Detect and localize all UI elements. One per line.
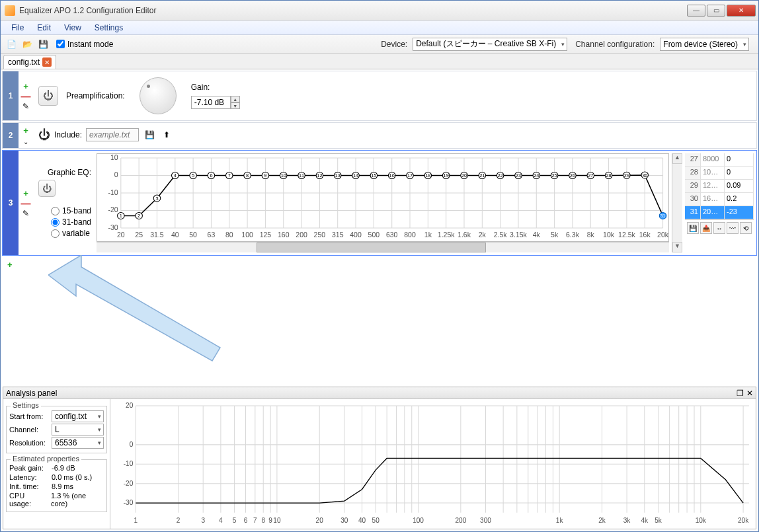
- gain-input[interactable]: [191, 96, 231, 109]
- eq-v-scrollbar[interactable]: ▲▼: [672, 153, 682, 252]
- device-label: Device:: [381, 40, 407, 49]
- radio-variable[interactable]: variable: [51, 229, 91, 238]
- close-panel-icon[interactable]: ✕: [746, 389, 753, 398]
- channel-config-label: Channel configuration:: [575, 40, 655, 49]
- svg-text:6: 6: [244, 517, 248, 524]
- channel-dropdown[interactable]: L: [52, 424, 104, 436]
- toolbar: 📄 📂 💾 Instant mode Device: Default (スピーカ…: [1, 35, 758, 54]
- gain-label: Gain:: [191, 83, 240, 92]
- resolution-dropdown[interactable]: 65536: [52, 437, 104, 449]
- gain-knob[interactable]: [140, 77, 177, 114]
- svg-text:20: 20: [126, 402, 134, 409]
- up-include-icon[interactable]: ⬆: [160, 128, 173, 141]
- svg-text:25: 25: [552, 173, 557, 179]
- svg-text:5k: 5k: [655, 517, 662, 524]
- include-input[interactable]: [86, 128, 139, 141]
- svg-text:8k: 8k: [587, 231, 595, 239]
- svg-text:20: 20: [117, 231, 125, 239]
- power-button[interactable]: ⏻: [38, 86, 58, 106]
- svg-text:4: 4: [174, 173, 177, 179]
- svg-text:31: 31: [660, 213, 665, 219]
- table-row[interactable]: 2912…0.09: [685, 180, 754, 193]
- remove-icon[interactable]: —: [21, 94, 31, 99]
- spin-up-icon[interactable]: ▲: [231, 96, 240, 102]
- minimize-button[interactable]: —: [687, 5, 705, 17]
- svg-text:7: 7: [253, 517, 257, 524]
- svg-text:4k: 4k: [641, 517, 649, 524]
- svg-text:800: 800: [404, 231, 416, 239]
- svg-text:6: 6: [210, 173, 212, 179]
- svg-text:10k: 10k: [603, 231, 615, 239]
- analysis-chart[interactable]: 200-10-20-301234567891020304050100200300…: [110, 399, 756, 529]
- table-row[interactable]: 3120…-23: [685, 206, 754, 219]
- power-icon[interactable]: ⏻: [38, 128, 50, 142]
- svg-text:3: 3: [155, 196, 158, 202]
- table-row[interactable]: 3016…0.2: [685, 193, 754, 206]
- table-row[interactable]: 2780000: [685, 153, 754, 167]
- svg-text:7: 7: [228, 173, 231, 179]
- spin-down-icon[interactable]: ▼: [231, 102, 240, 109]
- add-row-button[interactable]: +: [7, 260, 13, 270]
- titlebar: Equalizer APO 1.2 Configuration Editor —…: [1, 1, 758, 20]
- menu-edit[interactable]: Edit: [30, 22, 58, 34]
- svg-text:15: 15: [371, 173, 376, 179]
- svg-text:3.15k: 3.15k: [510, 231, 528, 239]
- svg-text:200: 200: [296, 231, 307, 239]
- menu-view[interactable]: View: [58, 22, 88, 34]
- expand-icon[interactable]: ⌄: [23, 138, 28, 145]
- svg-text:10: 10: [110, 154, 118, 161]
- radio-15band[interactable]: 15-band: [51, 206, 91, 215]
- svg-text:5: 5: [233, 517, 237, 524]
- svg-text:125: 125: [260, 231, 272, 239]
- add-icon[interactable]: +: [23, 126, 28, 135]
- save-file-button[interactable]: 💾: [36, 38, 50, 51]
- svg-text:2k: 2k: [479, 231, 487, 239]
- svg-text:27: 27: [588, 173, 593, 179]
- svg-text:2: 2: [177, 517, 180, 524]
- eq-h-scrollbar[interactable]: [97, 242, 669, 252]
- edit-icon[interactable]: ✎: [22, 102, 29, 111]
- device-dropdown[interactable]: Default (スピーカー – Creative SB X-Fi): [413, 38, 567, 51]
- normalize-icon[interactable]: 〰: [727, 222, 739, 234]
- svg-text:50: 50: [372, 517, 380, 524]
- channel-config-dropdown[interactable]: From device (Stereo): [660, 38, 749, 51]
- start-from-dropdown[interactable]: config.txt: [52, 410, 104, 422]
- svg-text:13: 13: [335, 173, 340, 179]
- maximize-button[interactable]: ▭: [707, 5, 725, 17]
- remove-icon[interactable]: —: [21, 201, 31, 206]
- svg-text:400: 400: [350, 231, 362, 239]
- save-include-icon[interactable]: 💾: [143, 128, 156, 141]
- svg-text:200: 200: [455, 517, 466, 524]
- close-button[interactable]: ✕: [727, 5, 756, 17]
- add-icon[interactable]: +: [23, 188, 28, 198]
- svg-text:12: 12: [317, 173, 322, 179]
- svg-text:2k: 2k: [598, 517, 606, 524]
- open-file-button[interactable]: 📂: [20, 38, 34, 51]
- svg-text:4: 4: [219, 517, 223, 524]
- edit-icon[interactable]: ✎: [22, 209, 29, 218]
- table-row[interactable]: 2810…0: [685, 167, 754, 180]
- analysis-sidebar: Settings Start from:config.txt Channel:L…: [3, 399, 110, 529]
- eq-chart[interactable]: 100-10-20-30202531.540506380100125160200…: [97, 153, 669, 242]
- power-button[interactable]: ⏻: [38, 180, 56, 197]
- menu-settings[interactable]: Settings: [88, 22, 130, 34]
- menu-file[interactable]: File: [5, 22, 30, 34]
- svg-text:6.3k: 6.3k: [566, 231, 580, 239]
- tab-close-icon[interactable]: ✕: [42, 57, 52, 67]
- tab-config[interactable]: config.txt ✕: [3, 55, 56, 69]
- svg-text:-30: -30: [124, 499, 134, 506]
- import-icon[interactable]: 📥: [700, 222, 712, 234]
- new-file-button[interactable]: 📄: [5, 38, 18, 51]
- add-icon[interactable]: +: [23, 81, 28, 91]
- save-icon[interactable]: 💾: [687, 222, 699, 234]
- row-preamp: 1 + — ✎ ⏻ Preamplification: Gain: ▲ ▼: [2, 71, 757, 121]
- svg-text:1.6k: 1.6k: [458, 231, 471, 239]
- svg-text:30: 30: [340, 517, 348, 524]
- undock-icon[interactable]: ❐: [737, 389, 744, 398]
- invert-icon[interactable]: ↔: [713, 222, 725, 234]
- radio-31band[interactable]: 31-band: [51, 217, 91, 227]
- reset-icon[interactable]: ⟲: [740, 222, 752, 234]
- instant-mode-checkbox[interactable]: Instant mode: [56, 40, 113, 49]
- analysis-title: Analysis panel: [6, 389, 57, 398]
- svg-text:24: 24: [534, 173, 539, 179]
